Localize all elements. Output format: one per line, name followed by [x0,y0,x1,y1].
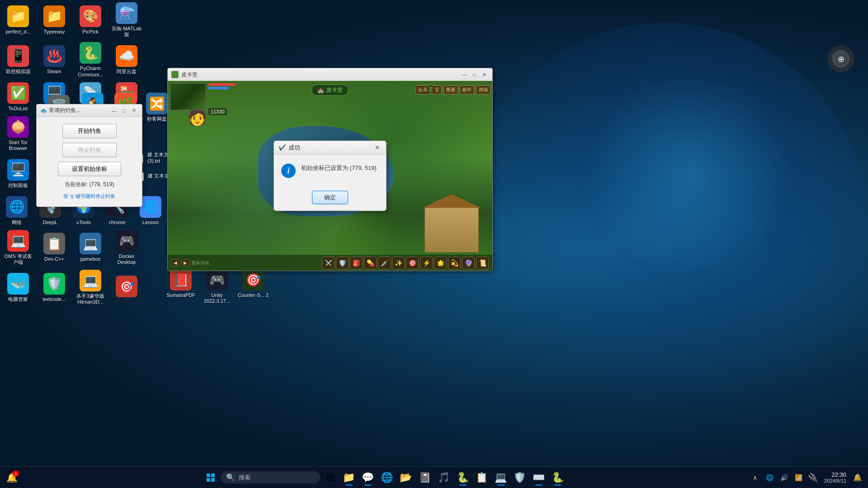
icon-aliyun[interactable]: ☁️ 阿里云盘 [108,40,145,80]
icon-leetcode[interactable]: 💻 杀手3豪华版 Hitman3D... [72,267,108,307]
game-member-btn[interactable]: 会员 [415,85,430,94]
icon-pcmanager[interactable]: 🛡️ leetcode... [36,267,72,307]
taskbar-oms[interactable]: 📋 [473,469,491,487]
taskbar-files[interactable]: 📂 [397,469,415,487]
game-album-btn[interactable]: 图册 [443,85,458,94]
icon-perfect-d[interactable]: 📁 perfect_d... [0,0,36,40]
game-window-controls: — □ ✕ [460,70,489,79]
game-action-btn-4[interactable]: 💊 [364,257,377,269]
taskbar-media[interactable]: 🎵 [435,469,453,487]
notifications-center-btn[interactable]: 🔔 [851,469,864,486]
game-titlebar[interactable]: 皮卡堂 — □ ✕ [168,68,492,81]
game-viewport[interactable]: 🧑 11330 🏰 皮卡堂 添边 会员 [168,81,492,271]
system-float-icon[interactable]: ⊕ [827,45,854,72]
fishing-minimize-btn[interactable]: — [109,107,118,115]
taskbar-python[interactable]: 🐍 [549,469,567,487]
icon-img-sumatra: 📕 [170,269,192,291]
windows-start-btn[interactable] [202,469,220,487]
taskbar-wechat[interactable]: 💬 [359,469,377,487]
icon-label-pycharm: PyCharm Communi... [75,66,106,77]
game-action-btn-9[interactable]: 🌟 [434,257,447,269]
dialog-titlebar[interactable]: ✔️ 成功 ✕ [274,141,386,155]
icon-img-aliyun: ☁️ [116,45,137,67]
game-action-btn-5[interactable]: 🗡️ [378,257,391,269]
taskbar-onenote[interactable]: 📓 [416,469,434,487]
icon-gamebox[interactable]: 🎮 Docker Desktop [108,228,145,267]
taskbar-shield-icon: 🛡️ [514,472,526,483]
tray-wifi-icon[interactable]: 📶 [792,469,805,486]
taskbar-files-icon: 📂 [400,472,412,483]
tray-battery-icon[interactable]: 🔌 [806,469,820,486]
icon-lenovo-sim[interactable]: 📱 联想模拟器 [0,40,36,80]
taskbar-vscode[interactable]: 💻 [492,469,510,487]
game-action-btn-6[interactable]: ✨ [392,257,405,269]
icon-steam[interactable]: ♨️ Steam [36,40,72,80]
icon-pycharm[interactable]: 🐍 PyCharm Communi... [72,40,108,80]
icon-img-picpick: 🎨 [80,5,101,27]
icon-img-matlab: ⚗️ [116,2,137,24]
icon-tor[interactable]: 🧅 Start Tor Browser [0,114,36,154]
icon-label-lenovo-sim: 联想模拟器 [6,69,31,75]
taskbar-edge[interactable]: 🌐 [378,469,396,487]
game-maximize-btn[interactable]: □ [470,70,479,79]
dialog-ok-btn[interactable]: 确定 [312,191,348,204]
icon-hitman[interactable]: 🎯 [108,267,145,307]
tray-volume-icon[interactable]: 🔊 [777,469,791,486]
taskbar-search[interactable]: 🔍 搜索 [221,471,320,483]
fishing-titlebar[interactable]: 🐟 哥谭的钓鱼... — □ ✕ [37,104,142,117]
game-mail-btn[interactable]: 邮件 [460,85,474,94]
set-coord-btn[interactable]: 设置初始坐标 [58,162,121,176]
game-action-btn-8[interactable]: ⚡ [420,257,433,269]
game-action-btn-12[interactable]: 📜 [476,257,489,269]
game-shop-btn[interactable]: 商城 [476,85,491,94]
dialog-close-btn[interactable]: ✕ [373,144,382,152]
icon-oms2[interactable]: 📋 Dev-C++ [36,228,72,267]
icon-img-perfect: 📁 [7,5,29,27]
game-treasure-btn[interactable]: 宝 [432,85,442,94]
tray-network-icon[interactable]: 🌐 [763,469,776,486]
game-close-btn[interactable]: ✕ [480,70,489,79]
icon-picpick[interactable]: 🎨 PicPick [72,0,108,40]
game-action-btn-7[interactable]: 🎯 [406,257,419,269]
game-minimize-btn[interactable]: — [460,70,469,79]
fishing-title-text: 哥谭的钓鱼... [49,107,80,114]
icon-devcpp[interactable]: 💻 gamebox [72,228,108,267]
taskbar-shield[interactable]: 🛡️ [511,469,529,487]
icon-unity[interactable]: 🎮 Unity 2022.3.17... [199,267,235,306]
game-action-btn-11[interactable]: 🔮 [462,257,475,269]
fishing-close-btn[interactable]: ✕ [129,107,138,115]
icon-counterstrike[interactable]: 🎯 Counter-S... 2 [235,267,271,300]
icon-network[interactable]: 🌐 网络 [0,194,33,228]
place-bubble-icon: 🏰 [317,87,324,94]
icon-typeeasy[interactable]: 📁 Typeeasy [36,0,72,40]
taskbar-terminal[interactable]: ⌨️ [530,469,548,487]
task-view-icon: ⊞ [326,472,334,483]
taskbar-pycharm[interactable]: 🐍 [454,469,472,487]
game-action-btn-2[interactable]: 🛡️ [336,257,349,269]
game-action-btn-1[interactable]: ⚔️ [322,257,335,269]
game-action-btn-10[interactable]: 💫 [448,257,461,269]
start-fishing-btn[interactable]: 开始钓鱼 [62,124,117,138]
fishing-maximize-btn[interactable]: □ [119,107,128,115]
icon-img-pcmanager: 🛡️ [43,273,65,295]
icon-label-steam: Steam [47,69,61,75]
stop-fishing-btn[interactable]: 停止钓鱼 [62,143,117,157]
taskbar-notification[interactable]: 🔔 1 [4,469,20,486]
icon-lenovo3[interactable]: 💻 OMS 考试客户端 [0,228,36,267]
icon-matlab[interactable]: ⚗️ 实验-MATLab版 [108,0,145,40]
task-view-btn[interactable]: ⊞ [321,469,339,487]
icon-todolist[interactable]: ✅ ToDoList [0,80,36,114]
icon-img-docker: 🐳 [7,273,29,295]
icon-label-tor: Start Tor Browser [2,140,34,151]
taskbar-file-explorer[interactable]: 📁 [340,469,358,487]
game-building [425,207,479,253]
game-action-btn-3[interactable]: 🎒 [350,257,363,269]
dialog-footer: 确定 [274,187,386,211]
tray-expand-btn[interactable]: ∧ [748,469,762,486]
icon-docker[interactable]: 🐳 电脑管家 [0,267,36,307]
icon-img-hitman: 🎯 [116,276,137,297]
taskbar-clock[interactable]: 22:30 2024/8/11 [821,469,850,485]
icon-control[interactable]: 🖥️ 控制面板 [0,154,36,193]
icon-img-oms2: 📋 [43,233,65,254]
icon-sumatra[interactable]: 📕 SumatraPDF [163,267,199,300]
